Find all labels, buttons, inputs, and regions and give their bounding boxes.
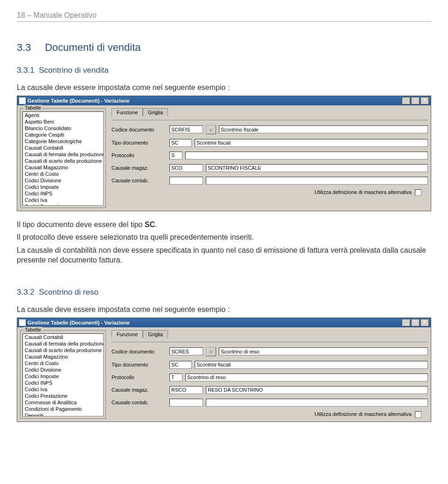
sidebar-fieldset: Tabelle Causali ContabiliCausali di ferm… [20, 330, 106, 419]
list-item[interactable]: Codici Prestazione [23, 393, 103, 399]
list-item[interactable]: Categorie Merceologiche [23, 138, 103, 145]
tab-griglia[interactable]: Griglia [143, 108, 168, 116]
label-magaz: Causale magaz. [112, 387, 167, 393]
causale-magaz-input[interactable]: RSCO [169, 386, 203, 394]
titlebar[interactable]: Gestione Tabelle (Documenti) - Variazion… [17, 318, 431, 327]
label-protocollo: Protocollo [112, 152, 167, 158]
causale-magaz-desc[interactable]: SCONTRINO FISCALE [206, 164, 428, 172]
note-line-3: La causale di contabilità non deve esser… [17, 245, 431, 265]
list-item[interactable]: Codici INPS [23, 190, 103, 197]
list-item[interactable]: Condizioni di Pagamento [23, 406, 103, 412]
list-item[interactable]: Agenti [23, 112, 103, 118]
list-item[interactable]: Causali Contabili [23, 334, 103, 340]
list-item[interactable]: Causali di fermata della produzione [23, 151, 103, 158]
subsection-title: Scontrino di reso [39, 288, 98, 297]
list-item[interactable]: Codici Imposte [23, 373, 103, 380]
subsection-title: Scontrino di vendita [39, 66, 108, 75]
titlebar[interactable]: Gestione Tabelle (Documenti) - Variazion… [17, 96, 431, 105]
subsection-number: 3.3.2 [17, 288, 35, 297]
list-item[interactable]: Causali di fermata della produzione [23, 340, 103, 347]
causale-contab-desc[interactable] [206, 177, 428, 185]
minimize-button[interactable]: _ [402, 97, 410, 104]
tab-funzione[interactable]: Funzione [112, 330, 143, 338]
protocollo-input[interactable]: T [169, 373, 182, 381]
label-tipo: Tipo documento [112, 362, 167, 367]
protocollo-desc[interactable]: Scontrino di reso [185, 373, 428, 381]
codice-documento-desc[interactable]: Scontrino di reso [219, 347, 428, 355]
sidebar-legend: Tabelle [23, 327, 42, 332]
app-icon [19, 319, 26, 326]
codice-documento-input[interactable]: SCRES [169, 347, 203, 355]
list-item[interactable]: Causali Magazzino [23, 353, 103, 360]
lookup-button[interactable]: ⌕ [206, 125, 216, 134]
list-item[interactable]: Bilancio Consolidato [23, 125, 103, 131]
label-contab: Causale contab. [112, 178, 167, 183]
causale-magaz-desc[interactable]: RESO DA SCONTRINO [206, 386, 428, 394]
manual-name: Manuale Operativo [34, 11, 97, 19]
close-button[interactable]: × [420, 97, 429, 104]
list-item[interactable]: Codici Imposte [23, 184, 103, 190]
list-item[interactable]: Codici INPS [23, 380, 103, 386]
list-item[interactable]: Codici Prestazione [23, 203, 103, 206]
sidebar-fieldset: Tabelle AgentiAspetto BeniBilancio Conso… [20, 108, 106, 208]
list-item[interactable]: Causali Magazzino [23, 164, 103, 171]
list-item[interactable]: Causali di scarto della produzione [23, 158, 103, 164]
list-item[interactable]: Codici Divisione [23, 366, 103, 373]
section-title: Documenti di vendita [45, 41, 140, 53]
codice-documento-desc[interactable]: Scontrino fiscale [219, 125, 428, 133]
label-codice: Codice documento [112, 127, 167, 132]
tables-listbox[interactable]: Causali ContabiliCausali di fermata dell… [22, 333, 104, 416]
tipo-documento-desc[interactable]: Scontrini fiscali [195, 139, 428, 147]
minimize-button[interactable]: _ [402, 319, 410, 326]
dialog-window-2: Gestione Tabelle (Documenti) - Variazion… [17, 318, 431, 422]
mask-row: Utilizza definizione di maschera alterna… [112, 411, 428, 418]
search-icon: ⌕ [210, 127, 212, 132]
tab-griglia[interactable]: Griglia [143, 330, 168, 338]
label-codice: Codice documento [112, 349, 167, 354]
subsection-heading-1: 3.3.1 Scontrino di vendita [17, 66, 431, 75]
mask-label: Utilizza definizione di maschera alterna… [315, 411, 412, 417]
mask-label: Utilizza definizione di maschera alterna… [315, 189, 412, 195]
dialog-title: Gestione Tabelle (Documenti) - Variazion… [28, 320, 130, 325]
intro-text-1: La causale deve essere impostata come ne… [17, 83, 431, 93]
maximize-button[interactable]: □ [411, 97, 420, 104]
mask-row: Utilizza definizione di maschera alterna… [112, 189, 428, 196]
tables-listbox[interactable]: AgentiAspetto BeniBilancio ConsolidatoCa… [22, 111, 104, 206]
search-icon: ⌕ [210, 349, 212, 354]
mask-checkbox[interactable] [415, 411, 421, 418]
subsection-number: 3.3.1 [17, 66, 35, 75]
list-item[interactable]: Centri di Costo [23, 171, 103, 177]
protocollo-desc[interactable] [185, 152, 428, 159]
tab-funzione[interactable]: Funzione [112, 108, 143, 116]
causale-contab-input[interactable] [169, 399, 203, 407]
lookup-button[interactable]: ⌕ [206, 347, 216, 356]
list-item[interactable]: Codici Divisione [23, 177, 103, 184]
label-magaz: Causale magaz. [112, 165, 167, 171]
maximize-button[interactable]: □ [411, 319, 420, 326]
tipo-documento-input[interactable]: SC [169, 139, 192, 147]
section-number: 3.3 [17, 41, 42, 54]
list-item[interactable]: Causali di scarto della produzione [23, 347, 103, 353]
list-item[interactable]: Categorie Cespiti [23, 131, 103, 138]
list-item[interactable]: Codici Iva [23, 197, 103, 203]
list-item[interactable]: Causali Contabili [23, 145, 103, 151]
causale-magaz-input[interactable]: SCO [169, 164, 203, 172]
causale-contab-desc[interactable] [206, 399, 428, 407]
tipo-documento-input[interactable]: SC [169, 361, 192, 369]
section-heading: 3.3 Documenti di vendita [17, 41, 431, 54]
subsection-heading-2: 3.3.2 Scontrino di reso [17, 288, 431, 297]
protocollo-input[interactable]: S [169, 152, 182, 159]
note-line-2: Il protocollo deve essere selezionato tr… [17, 232, 431, 242]
list-item[interactable]: Aspetto Beni [23, 118, 103, 125]
list-item[interactable]: Commesse di Analitica [23, 399, 103, 406]
close-button[interactable]: × [420, 319, 429, 326]
list-item[interactable]: Codici Iva [23, 386, 103, 393]
causale-contab-input[interactable] [169, 177, 203, 185]
list-item[interactable]: Depositi [23, 412, 103, 416]
dialog-title: Gestione Tabelle (Documenti) - Variazion… [28, 98, 130, 104]
codice-documento-input[interactable]: SCRFIS [169, 125, 203, 133]
list-item[interactable]: Centri di Costo [23, 360, 103, 366]
tipo-documento-desc[interactable]: Scontrini fiscali [195, 361, 428, 369]
mask-checkbox[interactable] [415, 189, 421, 196]
note-line-1: Il tipo documento deve essere del tipo S… [17, 220, 431, 230]
